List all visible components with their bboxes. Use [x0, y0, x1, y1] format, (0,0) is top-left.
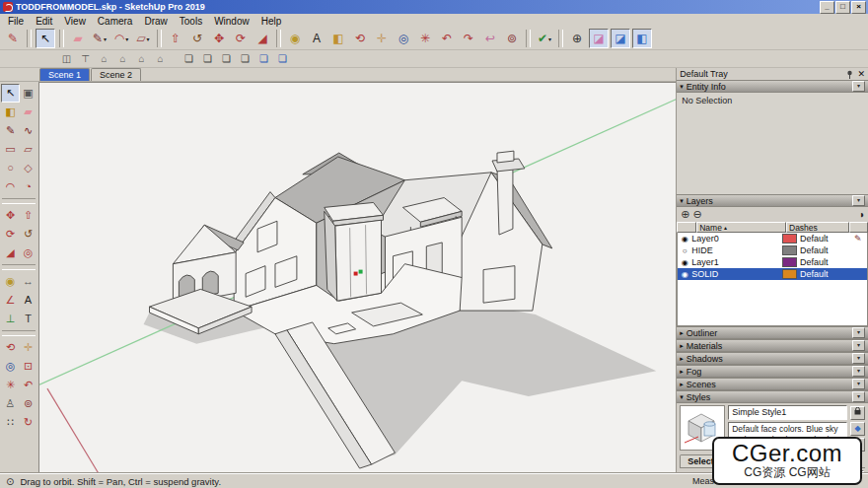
scene-tab-scene-1[interactable]: Scene 1: [39, 68, 90, 81]
layers-rollup-button[interactable]: ▾: [852, 195, 865, 206]
scene-tab-scene-2[interactable]: Scene 2: [91, 68, 141, 81]
layer-dashes-value[interactable]: Default: [800, 245, 854, 255]
active-column-header[interactable]: [849, 222, 868, 233]
menu-item-help[interactable]: Help: [255, 15, 288, 28]
arc-tool-button[interactable]: ◠: [1, 177, 20, 196]
layers-header[interactable]: ▾ Layers ▾: [677, 194, 868, 207]
tray-close-icon[interactable]: ✕: [857, 69, 865, 79]
pin-icon[interactable]: [845, 70, 854, 79]
rectangle-tool-button[interactable]: ▱▾: [133, 29, 153, 48]
layer-dashes-value[interactable]: Default: [800, 257, 854, 267]
orbit-tool-button[interactable]: ⟲: [1, 338, 20, 357]
menu-item-edit[interactable]: Edit: [30, 15, 58, 28]
geolocation-status-icon[interactable]: ⊙: [6, 476, 14, 487]
house-model[interactable]: [150, 151, 552, 468]
zoom-tool-button[interactable]: ◎: [394, 29, 413, 48]
model-canvas[interactable]: [39, 83, 676, 473]
active-layer-pencil-icon[interactable]: ✎: [854, 234, 867, 244]
right-view-button[interactable]: ⌂: [114, 50, 131, 67]
dropdown-caret-icon[interactable]: ▾: [147, 35, 150, 42]
layer-color-swatch[interactable]: [782, 257, 797, 267]
zoom-extents-tool-button[interactable]: ✳: [415, 29, 435, 48]
close-button[interactable]: ×: [851, 1, 866, 14]
dropdown-caret-icon[interactable]: ▾: [104, 35, 107, 42]
polygon-tool-button[interactable]: ◇: [19, 159, 37, 177]
zoom-previous-button-button[interactable]: ↶: [19, 376, 37, 394]
scenes-rollup-button[interactable]: ▾: [852, 379, 865, 389]
rotate-tool-button[interactable]: ⟳: [1, 225, 20, 244]
viewport[interactable]: [39, 82, 676, 473]
styles-rollup-button[interactable]: ▾: [852, 391, 865, 402]
zoom-tool-button[interactable]: ◎: [1, 357, 20, 376]
layer-dashes-value[interactable]: Default: [800, 269, 854, 279]
layer-color-swatch[interactable]: [782, 234, 797, 244]
rotate-tool-button[interactable]: ⟳: [231, 29, 251, 48]
scenes-header[interactable]: ▸Scenes▾: [677, 378, 868, 390]
union-tool-button[interactable]: ❏: [218, 50, 235, 67]
menu-item-camera[interactable]: Camera: [92, 15, 139, 28]
protractor-tool-button[interactable]: ∠: [1, 291, 20, 310]
dropdown-caret-icon[interactable]: ▾: [125, 35, 128, 42]
select-tool-button[interactable]: ↖: [36, 29, 55, 48]
push-pull-tool-button[interactable]: ⇧: [166, 29, 185, 48]
outliner-header[interactable]: ▸Outliner▾: [677, 326, 868, 339]
undo-view-button-button[interactable]: ↩: [480, 29, 500, 48]
fog-rollup-button[interactable]: ▾: [852, 366, 865, 377]
visibility-column-header[interactable]: [677, 222, 696, 233]
maximize-button[interactable]: □: [835, 1, 850, 14]
freehand-tool-button[interactable]: ∿: [19, 121, 37, 140]
axes-tool-button[interactable]: ⊕: [567, 29, 587, 48]
shadows-rollup-button[interactable]: ▾: [852, 353, 865, 364]
line-tool-button[interactable]: ✎: [1, 121, 20, 140]
pie-tool-button[interactable]: ◔: [19, 177, 37, 196]
rotated-rectangle-tool-button[interactable]: ▱: [19, 140, 37, 159]
front-view-button[interactable]: ⌂: [96, 50, 112, 67]
turn-around-tool-button[interactable]: ↻: [19, 413, 37, 432]
left-view-button[interactable]: ⌂: [152, 50, 169, 67]
add-layer-button[interactable]: ⊕: [681, 209, 689, 220]
style-name-input[interactable]: Simple Style1: [728, 405, 847, 420]
layer-details-icon[interactable]: ◑: [858, 209, 864, 220]
select-tool-button[interactable]: ↖: [1, 84, 20, 103]
style-edit-icon[interactable]: ◆: [850, 422, 865, 436]
zoom-window-tool-button[interactable]: ⊡: [19, 357, 37, 376]
menu-item-file[interactable]: File: [2, 15, 30, 28]
trim-tool-button[interactable]: ❏: [255, 50, 272, 67]
text-tool-button[interactable]: A: [307, 29, 326, 48]
remove-layer-button[interactable]: ⊖: [692, 209, 701, 220]
tape-measure-tool-button[interactable]: ◉: [285, 29, 305, 48]
tape-measure-tool-button[interactable]: ◉: [1, 272, 20, 291]
arc-tool-button[interactable]: ◠▾: [111, 29, 131, 48]
dropdown-caret-icon[interactable]: ▾: [548, 35, 551, 42]
follow-me-tool-button[interactable]: ↺: [187, 29, 207, 48]
shadows-header[interactable]: ▸Shadows▾: [677, 352, 868, 365]
menu-item-window[interactable]: Window: [208, 15, 255, 28]
eraser-tool-button[interactable]: ▰: [19, 103, 37, 121]
layer-dashes-value[interactable]: Default: [800, 234, 854, 244]
layer-row-layer0[interactable]: ◉Layer0Default✎: [678, 233, 867, 244]
materials-rollup-button[interactable]: ▾: [852, 340, 865, 351]
menu-item-view[interactable]: View: [58, 15, 92, 28]
move-tool-button[interactable]: ✥: [1, 206, 20, 225]
layer-visible-icon[interactable]: ◉: [678, 258, 691, 267]
layer-color-swatch[interactable]: [782, 269, 797, 279]
layer-visible-icon[interactable]: ◉: [678, 235, 691, 244]
make-component-button[interactable]: ▣: [19, 84, 37, 103]
top-view-button[interactable]: ⊤: [77, 50, 94, 67]
text-tool-button[interactable]: A: [19, 291, 37, 310]
outer-shell-tool-button[interactable]: ❏: [181, 50, 197, 67]
layer-hidden-icon[interactable]: ○: [678, 246, 691, 255]
scale-tool-button[interactable]: ◢: [253, 29, 272, 48]
style-lock-icon[interactable]: [850, 406, 865, 420]
dimension-tool-button[interactable]: ↔: [19, 272, 37, 291]
zoom-previous-button-button[interactable]: ↶: [437, 29, 457, 48]
fog-header[interactable]: ▸Fog▾: [677, 365, 868, 378]
layer-row-hide[interactable]: ○HIDEDefault: [678, 244, 867, 256]
rectangle-tool-button[interactable]: ▭: [1, 140, 20, 159]
menu-item-tools[interactable]: Tools: [174, 15, 208, 28]
axes-tool-button[interactable]: ⊥: [1, 310, 20, 328]
layer-color-swatch[interactable]: [782, 245, 797, 255]
push-pull-tool-button[interactable]: ⇧: [19, 206, 37, 225]
materials-header[interactable]: ▸Materials▾: [677, 339, 868, 352]
pan-tool-button[interactable]: ✛: [372, 29, 392, 48]
